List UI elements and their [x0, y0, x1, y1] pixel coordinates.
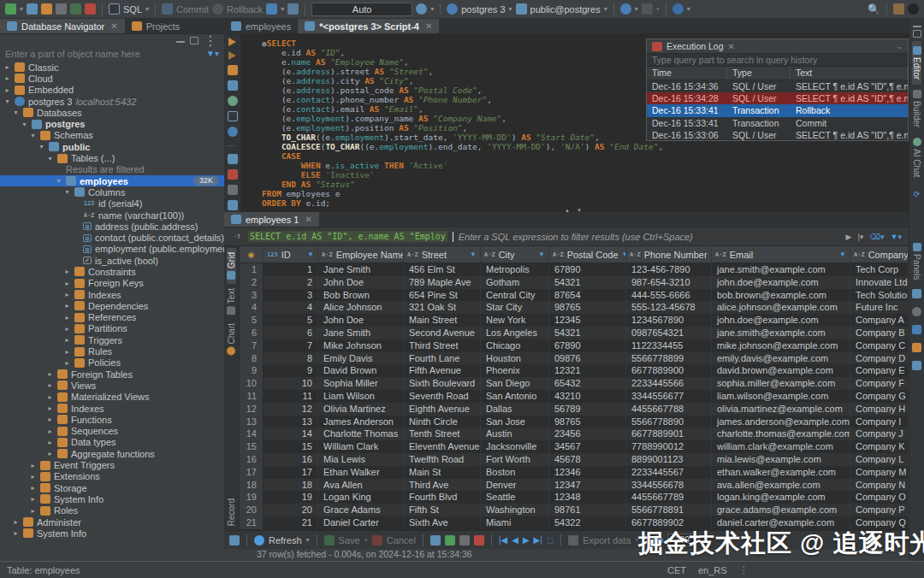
cell[interactable]: 5566778890: [626, 416, 712, 428]
cell[interactable]: Alice Johnson: [318, 301, 404, 314]
last-row-icon[interactable]: ▶|: [534, 535, 542, 545]
object-filter-input[interactable]: [5, 49, 203, 59]
settings-gear-icon[interactable]: [228, 127, 238, 137]
export-data-icon[interactable]: [568, 535, 578, 546]
cell[interactable]: Chicago: [481, 339, 549, 352]
cell[interactable]: Company M: [850, 466, 909, 479]
table-row[interactable]: 2020Grace AdamsFifth StWashington9876155…: [240, 504, 909, 516]
tree-item[interactable]: ▸Partitions: [0, 323, 224, 334]
erase-filter-icon[interactable]: ⌫▾: [869, 233, 884, 241]
cell[interactable]: 456 Elm St: [404, 263, 481, 276]
notebook-icon[interactable]: [893, 3, 904, 15]
cell[interactable]: Company N: [850, 479, 909, 492]
refresh-button[interactable]: Refresh: [269, 535, 302, 546]
disconnect-icon[interactable]: [56, 3, 67, 15]
cell[interactable]: 98765: [549, 301, 626, 314]
text-output-icon[interactable]: [228, 185, 238, 195]
tree-item[interactable]: ✓is_active (bool): [0, 255, 224, 266]
restore-icon[interactable]: [913, 30, 921, 38]
tree-item[interactable]: ▸Foreign Tables: [0, 369, 224, 380]
cell[interactable]: William Clark: [318, 440, 404, 453]
cell[interactable]: 12347: [549, 479, 626, 492]
cell[interactable]: david.brown@example.com: [712, 364, 850, 377]
tree-item[interactable]: ▸Aggregate functions: [0, 448, 224, 459]
cell[interactable]: Ethan Walker: [318, 466, 404, 479]
apply-filter-icon[interactable]: ▶: [846, 233, 852, 241]
cell[interactable]: Sophia Miller: [318, 377, 404, 390]
sql-editor-icon[interactable]: [109, 3, 120, 15]
cell[interactable]: Company L: [850, 453, 909, 466]
cell[interactable]: 1: [264, 263, 318, 276]
cell[interactable]: john.doe@example.com: [712, 314, 850, 327]
commit-icon[interactable]: [162, 3, 173, 15]
cell[interactable]: emily.davis@example.com: [712, 352, 850, 365]
tree-item[interactable]: ▸Views: [0, 380, 224, 391]
tree-item[interactable]: ▸Triggers: [0, 334, 224, 345]
more-dots-icon[interactable]: ····: [228, 142, 238, 149]
tree-item[interactable]: ⊞address (public.address): [0, 221, 224, 232]
cell[interactable]: 34567: [549, 440, 626, 453]
value-viewer-icon[interactable]: [912, 325, 921, 334]
tree-item[interactable]: ▸Extensions: [0, 471, 224, 482]
tab-sql-script[interactable]: *<postgres 3> Script-4 ✕: [298, 19, 439, 33]
cell[interactable]: 6: [264, 327, 318, 339]
console-icon[interactable]: [228, 111, 238, 121]
history-icon[interactable]: [416, 3, 427, 15]
cell[interactable]: 2233445567: [626, 466, 712, 479]
cell[interactable]: Company H: [850, 403, 909, 416]
explain-plan-icon[interactable]: [228, 65, 238, 75]
cell[interactable]: 17: [264, 466, 318, 479]
cell[interactable]: 98765: [549, 416, 626, 428]
first-row-icon[interactable]: |◀: [499, 535, 507, 545]
column-header-employee-name[interactable]: A·ZEmployee Name▼: [318, 246, 404, 262]
cell[interactable]: jane.smith@example.com: [712, 263, 850, 276]
minimize-icon[interactable]: [176, 38, 185, 43]
tree-item[interactable]: ▸Embedded: [0, 85, 224, 96]
cell[interactable]: 54321: [549, 327, 626, 339]
cell[interactable]: 11: [264, 390, 318, 403]
cell[interactable]: 4455667788: [626, 403, 712, 416]
column-header-email[interactable]: A·ZEmail▼: [712, 246, 850, 262]
cell[interactable]: Company P: [850, 504, 909, 516]
table-row[interactable]: 1414Charlotte ThomasTenth StreetAustin23…: [240, 428, 909, 440]
cell[interactable]: 321 Oak St: [404, 301, 481, 314]
cell[interactable]: Seattle: [481, 491, 549, 504]
tree-item[interactable]: 123id (serial4): [0, 198, 224, 209]
cell[interactable]: Star City: [481, 301, 549, 314]
cell[interactable]: Twelfth Road: [404, 453, 481, 466]
cell[interactable]: Third Street: [404, 339, 481, 352]
cell[interactable]: 6677889900: [626, 364, 712, 377]
next-row-icon[interactable]: ▶: [523, 535, 530, 545]
cell[interactable]: Sixth Ave: [404, 516, 481, 529]
cell[interactable]: Company I: [850, 416, 909, 428]
rollback-icon[interactable]: [212, 3, 223, 15]
tree-item[interactable]: ▸Dependencies: [0, 300, 224, 311]
cell[interactable]: Boston: [481, 466, 549, 479]
tree-item[interactable]: ▸Event Triggers: [0, 459, 224, 470]
rollback-button[interactable]: Rollback: [227, 4, 263, 15]
cell[interactable]: Fifth St: [404, 504, 481, 516]
transaction-filter-icon[interactable]: [266, 3, 277, 15]
tree-item[interactable]: ▸Policies: [0, 357, 224, 369]
cell[interactable]: 15: [264, 440, 318, 453]
cell[interactable]: Fourth Lane: [404, 352, 481, 365]
cell[interactable]: 2233445566: [626, 377, 712, 390]
cell[interactable]: charlotte.thomas@example.com: [712, 428, 850, 440]
postgres-connection-icon[interactable]: [447, 3, 458, 15]
column-header-phone-number[interactable]: A·ZPhone Number▼: [626, 246, 712, 262]
cell[interactable]: 09876: [549, 352, 626, 365]
cell[interactable]: Eighth Avenue: [404, 403, 481, 416]
cell[interactable]: ava.allen@example.com: [712, 479, 850, 492]
task-list-icon[interactable]: [642, 3, 653, 15]
cell[interactable]: Second Avenue: [404, 327, 481, 339]
outline-icon[interactable]: [228, 200, 238, 210]
cell[interactable]: Innovate Ltd: [850, 276, 909, 289]
cell[interactable]: Company G: [850, 390, 909, 403]
cell[interactable]: David Brown: [318, 364, 404, 377]
column-header-street[interactable]: A·ZStreet▼: [404, 246, 481, 262]
tree-item[interactable]: ▾public: [0, 141, 224, 152]
cell[interactable]: 123-456-7890: [626, 263, 712, 276]
cell[interactable]: 14: [264, 428, 318, 440]
cell[interactable]: sophia.miller@example.com: [712, 377, 850, 390]
table-row[interactable]: 1111Liam WilsonSeventh RoadSan Antonio43…: [240, 390, 909, 403]
